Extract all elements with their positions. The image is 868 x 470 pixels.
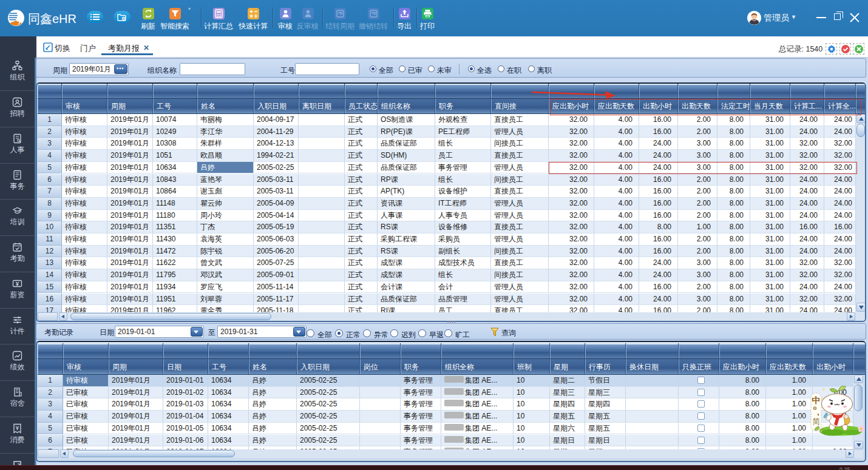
svg-text:简: 简 <box>813 417 820 426</box>
svg-text:中: 中 <box>812 395 821 405</box>
svg-text:,: , <box>817 408 819 417</box>
